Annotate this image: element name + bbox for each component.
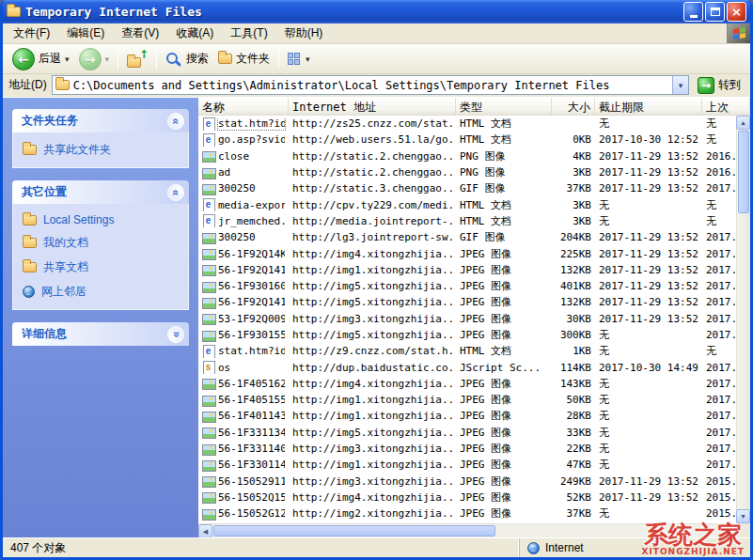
file-row[interactable]: oshttp://dup.baidustatic.co...JScript Sc…: [198, 359, 750, 375]
vertical-scrollbar[interactable]: ▲ ▼: [736, 116, 750, 523]
scroll-up-icon[interactable]: ▲: [736, 116, 750, 130]
internet-zone-icon: [527, 542, 540, 554]
maximize-button[interactable]: [705, 2, 725, 22]
menu-item[interactable]: 帮助(H): [276, 23, 332, 43]
file-expires: 无: [595, 117, 702, 131]
titlebar[interactable]: Temporary Internet Files ×: [3, 0, 750, 23]
column-header-name[interactable]: 名称: [198, 98, 289, 115]
file-row[interactable]: 300250http://static.3.chenggao...GIF 图像3…: [198, 180, 750, 196]
other-places-header[interactable]: 其它位置 «: [12, 180, 189, 204]
file-name: 56-1F405162...: [218, 378, 285, 390]
file-size: 0KB: [552, 133, 595, 146]
file-row[interactable]: 300250http://lg3.jointreport-sw...GIF 图像…: [198, 229, 750, 245]
file-expires: 无: [595, 344, 702, 358]
column-header-last[interactable]: 上次: [702, 98, 750, 115]
collapse-chevron-icon[interactable]: «: [167, 184, 184, 201]
file-row[interactable]: 56-1F92Q14119http://img5.xitongzhijia...…: [198, 294, 750, 310]
file-row[interactable]: 56-1F92Q14K4http://img4.xitongzhijia...J…: [198, 245, 750, 261]
column-header-url[interactable]: Internet 地址: [289, 98, 456, 115]
html-file-icon: [201, 198, 215, 211]
file-last: 无: [702, 132, 720, 147]
file-row[interactable]: 56-1F331134...http://img5.xitongzhijia..…: [198, 425, 750, 441]
file-url: http://img1.xitongzhijia...: [289, 264, 456, 276]
file-row[interactable]: 56-1F92Q14119http://img1.xitongzhijia...…: [198, 262, 750, 278]
file-row[interactable]: 56-1F330114...http://img1.xitongzhijia..…: [198, 457, 750, 473]
menu-item[interactable]: 文件(F): [5, 23, 58, 43]
file-size: 33KB: [552, 427, 595, 439]
file-row[interactable]: 56-1F930160J3http://img5.xitongzhijia...…: [198, 278, 750, 294]
collapse-chevron-icon[interactable]: «: [167, 113, 184, 130]
toolbar-separator: [156, 49, 157, 70]
file-row[interactable]: 56-15052G12...http://img2.xitongzhijia..…: [198, 506, 750, 521]
menu-item[interactable]: 收藏(A): [167, 23, 222, 43]
file-row[interactable]: 56-15052911...http://img3.xitongzhijia..…: [198, 474, 750, 490]
file-row[interactable]: 56-15052Q15...http://img4.xitongzhijia..…: [198, 490, 750, 506]
file-row[interactable]: stat.htm?id...http://zs25.cnzz.com/stat.…: [198, 116, 750, 132]
file-url: http://img5.xitongzhijia...: [289, 329, 456, 341]
scroll-right-icon[interactable]: ▶: [722, 524, 736, 537]
file-last: 无: [702, 117, 720, 131]
file-expires: 无: [595, 377, 702, 391]
sidebar-item-network-places[interactable]: 网上邻居: [23, 284, 179, 300]
back-button[interactable]: ← 后退 ▾: [8, 45, 73, 73]
sidebar-item-shared-documents[interactable]: 共享文档: [23, 259, 179, 275]
forward-button[interactable]: → ▾: [75, 45, 114, 73]
file-row[interactable]: 56-1F930155238http://img5.xitongzhijia..…: [198, 327, 750, 343]
sidebar-item-share-folder[interactable]: 共享此文件夹: [23, 142, 179, 158]
views-button[interactable]: ▾: [284, 50, 314, 68]
file-row[interactable]: go.asp?svid...http://web.users.51.la/go.…: [198, 132, 750, 148]
views-dropdown-icon[interactable]: ▾: [306, 54, 310, 64]
sidebar-item-folder[interactable]: Local Settings: [23, 213, 179, 226]
file-name: 53-1F92Q009...: [218, 313, 285, 325]
search-button[interactable]: 搜索: [162, 48, 212, 70]
details-header[interactable]: 详细信息 «: [12, 322, 189, 346]
file-name: 56-15052Q15...: [218, 491, 285, 504]
file-expires: 无: [595, 328, 702, 342]
file-row[interactable]: jr_memched...http://media.jointreport-..…: [198, 213, 750, 229]
search-label: 搜索: [186, 51, 209, 67]
sidebar-item-label: 我的文档: [43, 235, 88, 251]
horizontal-scrollbar[interactable]: ◀ ▶: [198, 523, 736, 537]
vertical-scroll-thumb[interactable]: [738, 131, 749, 213]
column-header-expires[interactable]: 截止期限: [595, 98, 702, 115]
folders-button[interactable]: 文件夹: [214, 48, 274, 70]
menu-item[interactable]: 工具(T): [222, 23, 275, 43]
file-row[interactable]: 56-1F405162...http://img4.xitongzhijia..…: [198, 376, 750, 392]
column-header-size[interactable]: 大小: [552, 98, 595, 115]
file-name-cell: stat.htm?id...: [198, 345, 289, 358]
file-size: 47KB: [552, 459, 595, 471]
minimize-button[interactable]: [683, 2, 703, 22]
file-type: JPEG 图像: [456, 377, 552, 391]
scroll-down-icon[interactable]: ▼: [736, 509, 750, 523]
column-header-type[interactable]: 类型: [456, 98, 552, 115]
file-name-cell: 56-15052Q15...: [198, 490, 289, 504]
back-dropdown-icon[interactable]: ▾: [65, 54, 70, 64]
address-input[interactable]: C:\Documents and Settings\Administrator\…: [52, 75, 689, 95]
file-row[interactable]: adhttp://static.2.chenggao...PNG 图像3KB20…: [198, 164, 750, 180]
horizontal-scroll-thumb[interactable]: [213, 525, 495, 537]
file-type: HTML 文档: [456, 214, 552, 228]
zone-label: Internet: [545, 541, 584, 554]
file-url: http://img4.xitongzhijia...: [289, 248, 456, 260]
sidebar-item-my-documents[interactable]: 我的文档: [23, 235, 179, 251]
shared-folder-icon: [23, 145, 37, 155]
statusbar: 407 个对象 Internet: [3, 537, 750, 557]
file-row[interactable]: stat.htm?id...http://z9.cnzz.com/stat.h.…: [198, 343, 750, 359]
address-dropdown-button[interactable]: ▾: [672, 76, 688, 94]
file-name: 56-1F331134...: [218, 427, 285, 439]
menu-item[interactable]: 查看(V): [113, 23, 167, 43]
menu-item[interactable]: 编辑(E): [58, 23, 113, 43]
scroll-left-icon[interactable]: ◀: [198, 524, 212, 537]
close-button[interactable]: ×: [727, 2, 746, 22]
go-button[interactable]: → 转到: [694, 77, 745, 94]
file-row[interactable]: media-expor...http://cpv.ty229.com/medi.…: [198, 196, 750, 212]
up-button[interactable]: ↑: [123, 48, 151, 70]
html-file-icon: [201, 345, 215, 358]
file-row[interactable]: 56-1F401143...http://img1.xitongzhijia..…: [198, 408, 750, 424]
expand-chevron-icon[interactable]: «: [167, 326, 184, 343]
file-row[interactable]: 53-1F92Q009...http://img3.xitongzhijia..…: [198, 311, 750, 327]
file-row[interactable]: 56-1F405155...http://img1.xitongzhijia..…: [198, 392, 750, 408]
folder-tasks-header[interactable]: 文件夹任务 «: [12, 109, 189, 132]
file-row[interactable]: 56-1F331140...http://img3.xitongzhijia..…: [198, 441, 750, 457]
file-row[interactable]: closehttp://static.2.chenggao...PNG 图像4K…: [198, 148, 750, 164]
